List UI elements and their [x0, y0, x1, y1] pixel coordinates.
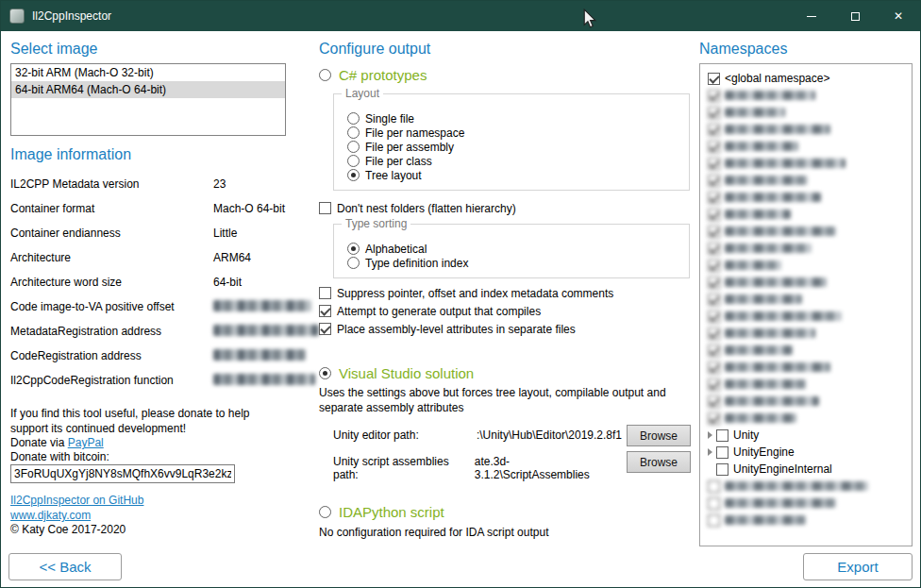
image-info-row: Code image-to-VA positive offset — [10, 297, 293, 322]
paypal-link[interactable]: PayPal — [68, 436, 104, 449]
redacted-label — [725, 176, 808, 185]
type-sorting-option[interactable]: Type definition index — [347, 256, 468, 270]
github-link[interactable]: Il2CppInspector on GitHub — [10, 494, 143, 507]
layout-option-label: File per class — [365, 155, 432, 168]
namespace-item-redacted[interactable] — [700, 155, 912, 172]
flatten-hierarchy-checkbox[interactable]: Don't nest folders (flatten hierarchy) — [319, 201, 516, 215]
layout-option-label: Single file — [365, 112, 414, 126]
checkbox-icon — [708, 514, 720, 527]
namespace-item-redacted[interactable] — [700, 240, 912, 257]
namespace-item-redacted[interactable] — [700, 121, 912, 138]
unity-editor-browse-button[interactable]: Browse — [627, 425, 691, 446]
export-button[interactable]: Export — [803, 553, 913, 580]
namespace-item-redacted[interactable] — [700, 87, 912, 104]
back-button[interactable]: << Back — [8, 553, 122, 580]
namespace-item-redacted[interactable] — [700, 512, 912, 529]
select-image-heading: Select image — [10, 41, 98, 58]
checkbox-icon — [708, 395, 720, 408]
redacted-label — [725, 396, 819, 406]
namespace-label: Unity — [733, 428, 759, 442]
radio-icon — [347, 257, 360, 269]
namespace-item-redacted[interactable] — [700, 206, 912, 223]
type-sorting-options: AlphabeticalType definition index — [347, 242, 468, 270]
close-button[interactable]: ✕ — [877, 1, 920, 31]
namespace-item-redacted[interactable] — [700, 223, 912, 240]
unity-script-path-value[interactable]: ate.3d-3.1.2\ScriptAssemblies — [475, 455, 622, 481]
namespace-item[interactable]: UnityEngineInternal — [700, 461, 912, 478]
layout-option[interactable]: Single file — [347, 111, 464, 126]
namespace-item-redacted[interactable] — [700, 410, 912, 427]
minimize-button[interactable] — [790, 1, 833, 31]
namespace-item-redacted[interactable] — [700, 376, 912, 393]
namespace-item[interactable]: UnityEngine — [700, 444, 912, 461]
unity-script-browse-button[interactable]: Browse — [627, 451, 691, 473]
website-link[interactable]: www.djkaty.com — [10, 509, 91, 522]
output-option[interactable]: Suppress pointer, offset and index metad… — [319, 286, 613, 300]
namespace-item-redacted[interactable] — [700, 359, 912, 376]
redacted-label — [725, 260, 781, 270]
bitcoin-address-input[interactable] — [10, 464, 235, 483]
idapython-script-radio[interactable]: IDAPython script — [319, 504, 444, 520]
namespace-item[interactable]: Unity — [700, 427, 912, 444]
image-information-table: IL2CPP Metadata version23Container forma… — [10, 175, 293, 395]
unity-editor-path-value[interactable]: :\Unity\Hub\Editor\2019.2.8f1 — [477, 428, 622, 442]
namespace-item-redacted[interactable] — [700, 325, 912, 342]
redacted-label — [725, 379, 806, 389]
donation-text: If you find this tool useful, please don… — [10, 406, 290, 436]
namespace-item-redacted[interactable] — [700, 308, 912, 325]
namespaces-heading: Namespaces — [699, 41, 787, 58]
expander-icon[interactable] — [708, 448, 712, 456]
checkbox-icon — [708, 311, 720, 323]
namespace-item-redacted[interactable] — [700, 478, 912, 495]
image-info-label: IL2CPP Metadata version — [10, 177, 140, 191]
output-option[interactable]: Attempt to generate output that compiles — [319, 304, 613, 318]
namespace-item-redacted[interactable] — [700, 274, 912, 291]
bitcoin-label: Donate with bitcoin: — [10, 450, 109, 463]
namespace-item-redacted[interactable] — [700, 291, 912, 308]
titlebar[interactable]: Il2CppInspector ✕ — [1, 1, 920, 31]
redacted-label — [725, 91, 815, 100]
unity-script-path-label: Unity script assemblies path: — [333, 455, 475, 481]
namespace-item-redacted[interactable] — [700, 342, 912, 359]
window-controls: ✕ — [790, 1, 920, 31]
image-list-item[interactable]: 64-bit ARM64 (Mach-O 64-bit) — [11, 81, 285, 98]
redacted-label — [725, 108, 785, 117]
image-info-row: MetadataRegistration address — [10, 322, 293, 346]
image-listbox[interactable]: 32-bit ARM (Mach-O 32-bit)64-bit ARM64 (… — [10, 63, 286, 136]
type-sorting-option[interactable]: Alphabetical — [347, 242, 468, 256]
namespace-item-redacted[interactable] — [700, 393, 912, 410]
checkbox-icon — [708, 480, 720, 493]
expander-icon[interactable] — [708, 431, 712, 439]
namespace-item-redacted[interactable] — [700, 495, 912, 512]
app-icon — [9, 8, 25, 24]
layout-option[interactable]: File per class — [347, 154, 464, 168]
image-info-label: Il2CppCodeRegistration function — [10, 374, 174, 387]
visual-studio-solution-radio[interactable]: Visual Studio solution — [319, 365, 474, 381]
redacted-namespace — [708, 361, 830, 374]
type-sorting-option-label: Type definition index — [365, 257, 468, 270]
output-option-label: Suppress pointer, offset and index metad… — [337, 287, 613, 300]
layout-option[interactable]: Tree layout — [347, 168, 464, 182]
redacted-label — [725, 413, 796, 423]
visual-studio-solution-label: Visual Studio solution — [339, 365, 474, 381]
redacted-namespace — [708, 124, 830, 136]
csharp-prototypes-radio[interactable]: C# prototypes — [319, 67, 427, 83]
namespace-item-redacted[interactable] — [700, 257, 912, 274]
layout-option[interactable]: File per assembly — [347, 140, 464, 154]
namespace-item-redacted[interactable] — [700, 138, 912, 155]
namespaces-panel[interactable]: <global namespace>UnityUnityEngineUnityE… — [699, 63, 913, 546]
redacted-label — [725, 515, 806, 525]
image-info-row: Architecture word size64-bit — [10, 273, 293, 297]
namespace-item-redacted[interactable] — [700, 189, 912, 206]
namespace-item[interactable]: <global namespace> — [700, 70, 912, 87]
image-list-item[interactable]: 32-bit ARM (Mach-O 32-bit) — [11, 64, 285, 81]
namespace-item-redacted[interactable] — [700, 104, 912, 121]
redacted-namespace — [708, 90, 815, 102]
namespace-item-redacted[interactable] — [700, 172, 912, 189]
flatten-hierarchy-label: Don't nest folders (flatten hierarchy) — [337, 202, 516, 215]
layout-option[interactable]: File per namespace — [347, 126, 464, 140]
redacted-namespace — [708, 412, 796, 425]
output-option[interactable]: Place assembly-level attributes in separ… — [319, 322, 613, 336]
redacted-label — [725, 125, 830, 134]
maximize-button[interactable] — [833, 1, 877, 31]
